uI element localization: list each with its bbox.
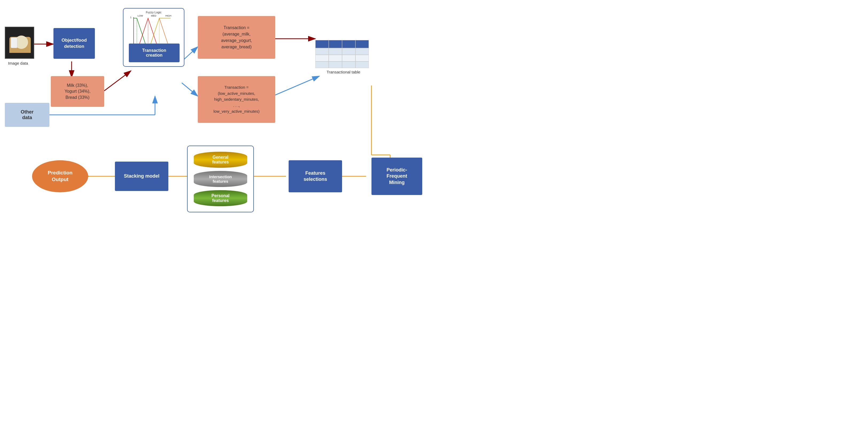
personal-features-cylinder: Personal features (194, 190, 247, 206)
features-cylinders-box: General features Intersection features P… (187, 146, 254, 212)
prediction-output-oval: Prediction Output (32, 160, 88, 192)
svg-line-7 (104, 71, 131, 91)
transactional-table-area: Transactional table (315, 40, 371, 83)
object-detection-box: Object/food detection (54, 28, 95, 59)
transactional-table-label: Transactional table (315, 70, 371, 74)
fuzzy-chart-container: Fuzzy Logic 1 0 5% 20% 35% 50% Region Pe… (123, 8, 184, 67)
svg-text:MED: MED (151, 14, 157, 17)
stacking-model-box: Stacking model (115, 162, 168, 191)
fuzzy-title: Fuzzy Logic (126, 11, 182, 14)
svg-text:LOW: LOW (137, 14, 143, 17)
features-selections-box: Features selections (289, 160, 342, 192)
svg-line-12 (182, 83, 198, 96)
svg-line-13 (273, 76, 319, 96)
image-data-box (5, 27, 34, 59)
general-features-cylinder: General features (194, 152, 247, 168)
svg-text:1: 1 (130, 16, 131, 19)
svg-text:HIGH: HIGH (165, 14, 172, 17)
other-data-box: Other data (5, 103, 50, 127)
milk-yogurt-bread-box: Milk (33%), Yogurt (34%), Bread (33%) (51, 76, 104, 107)
transaction2-box: Transaction = (low_active_minutes, high_… (198, 76, 275, 123)
transaction-creation-box: Transaction creation (129, 43, 180, 62)
diagram-container: Image data Object/food detection Milk (3… (0, 0, 434, 221)
periodic-frequent-box: Periodic- Frequent Mining (371, 158, 422, 195)
intersection-features-cylinder: Intersection features (194, 171, 247, 187)
transaction1-box: Transaction = (average_milk, average_yog… (198, 16, 275, 59)
image-data-label: Image data (8, 61, 28, 65)
